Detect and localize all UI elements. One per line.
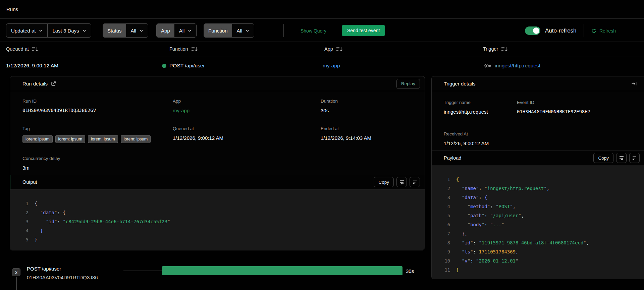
function-filter-value: All [237, 28, 243, 34]
timeline-connector-line [16, 277, 17, 290]
sort-time-filter: Updated at Last 3 Days [6, 23, 91, 38]
filter-bar: Updated at Last 3 Days Status All App Al… [0, 19, 644, 42]
line-number: 6 [442, 222, 450, 227]
field-label: Run ID [22, 99, 173, 104]
tag-chip: lorem: ipsum [22, 135, 53, 143]
column-header-trigger[interactable]: Trigger [483, 46, 508, 52]
field-tag: Tag lorem: ipsumlorem: ipsumlorem: ipsum… [22, 126, 173, 147]
row-function[interactable]: POST /api/user [162, 63, 205, 69]
page-title: Runs [6, 6, 18, 12]
column-label: Function [169, 46, 188, 52]
line-number: 3 [20, 219, 29, 224]
align-left-icon [412, 180, 418, 184]
wrap-text-button[interactable] [396, 177, 407, 187]
sort-icon [501, 46, 508, 52]
code-line: 1{ [20, 199, 425, 208]
chevron-down-icon [246, 30, 249, 32]
time-range-dropdown[interactable]: Last 3 Days [48, 24, 91, 37]
field-trigger-name: Trigger name inngest/http.request [444, 100, 517, 119]
divider [584, 24, 584, 37]
line-number: 1 [442, 177, 450, 182]
output-header: Output Copy [10, 175, 425, 189]
tag-chip: lorem: ipsum [55, 135, 86, 143]
concurrency-delay-value: 3m [22, 165, 173, 171]
payload-code-block[interactable]: 1{2 "name": "inngest/http.request",3 "da… [432, 165, 644, 279]
event-id-value: 01HSHA4GT0FN0NRBKTF92E98H7 [517, 109, 644, 114]
code-line: 2 "data": { [20, 208, 425, 217]
trigger-details-grid: Trigger name inngest/http.request Event … [432, 91, 644, 151]
replay-button[interactable]: Replay [396, 79, 420, 89]
run-details-panel: Run details Replay Run ID 01HS0AA03V04D9… [10, 76, 425, 250]
tag-chip: lorem: ipsum [121, 135, 151, 143]
line-number: 2 [20, 210, 29, 215]
wrap-text-button[interactable] [616, 153, 627, 163]
trigger-details-panel: Trigger details Trigger name inngest/htt… [431, 76, 644, 279]
app-filter-dropdown[interactable]: All [174, 24, 197, 37]
field-ended-at: Ended at 1/12/2026, 9:14:03 AM [321, 126, 425, 147]
field-label: Queued at [173, 126, 321, 131]
chevron-down-icon [188, 30, 192, 32]
field-concurrency-delay: Concurrency delay 3m [22, 156, 173, 175]
run-details-grid: Run ID 01HS0AA03V04D91RTDQ3J862GV App my… [10, 91, 425, 175]
field-received-at: Received At 1/12/26, 9:00:12 AM [444, 131, 517, 151]
column-header-function[interactable]: Function [169, 46, 198, 52]
external-link-icon[interactable] [51, 81, 56, 86]
align-left-icon [632, 156, 637, 160]
status-filter: Status All [103, 23, 148, 38]
function-filter: Function All [204, 23, 254, 38]
field-label: Ended at [321, 126, 425, 131]
line-number: 8 [442, 240, 450, 245]
row-app-link[interactable]: my-app [323, 63, 340, 69]
column-header-queued-at[interactable]: Queued at [6, 46, 39, 52]
event-trigger-icon [484, 64, 492, 68]
run-details-title: Run details [22, 81, 48, 86]
collapse-panel-icon[interactable] [631, 81, 637, 86]
field-run-id: Run ID 01HS0AA03V04D91RTDQ3J862GV [22, 99, 173, 117]
line-number: 5 [20, 237, 29, 242]
table-row[interactable]: 1/12/2026, 9:00:12 AM POST /api/user my-… [0, 57, 644, 76]
send-test-event-button[interactable]: Send test event [342, 25, 385, 36]
wrap-text-icon [619, 156, 624, 160]
field-duration: Duration 30s [321, 99, 425, 117]
status-filter-dropdown[interactable]: All [126, 24, 148, 37]
timeline-duration-bar[interactable] [162, 266, 402, 275]
timeline-lead-line [123, 271, 162, 271]
code-line: 4 "method": "POST", [442, 202, 644, 211]
refresh-button[interactable]: Refresh [591, 28, 616, 34]
copy-button[interactable]: Copy [374, 177, 394, 187]
code-line: 2 "name": "inngest/http.request", [442, 184, 644, 193]
app-filter-value: All [179, 28, 185, 34]
column-header-app[interactable]: App [324, 46, 343, 52]
row-trigger-link[interactable]: inngest/http.request [484, 63, 540, 69]
column-label: App [324, 46, 333, 52]
sort-field-dropdown[interactable]: Updated at [6, 24, 47, 37]
line-number: 10 [442, 258, 450, 264]
function-filter-label: Function [204, 24, 232, 37]
app-filter: App All [156, 23, 197, 38]
sort-field-value: Updated at [11, 28, 36, 34]
auto-refresh-toggle[interactable] [525, 26, 540, 35]
queued-at-value: 1/12/2026, 9:00:12 AM [173, 135, 321, 141]
column-label: Trigger [483, 46, 498, 52]
timeline-step-name: POST /api/user [27, 266, 61, 272]
align-left-button[interactable] [410, 177, 420, 187]
code-line: 9 "ts": 1711051784369, [442, 247, 644, 256]
chevron-down-icon [83, 30, 86, 32]
line-number: 7 [442, 231, 450, 236]
step-count-badge[interactable]: 3 [12, 268, 20, 276]
tag-chip: lorem: ipsum [88, 135, 118, 143]
sort-icon [191, 46, 198, 52]
line-number: 4 [20, 228, 29, 233]
align-left-button[interactable] [629, 153, 640, 163]
copy-button[interactable]: Copy [593, 153, 613, 163]
refresh-label: Refresh [599, 28, 616, 34]
app-link[interactable]: my-app [173, 108, 321, 113]
function-filter-dropdown[interactable]: All [232, 24, 254, 37]
ended-at-value: 1/12/2026, 9:14:03 AM [321, 135, 425, 141]
duration-value: 30s [321, 108, 425, 113]
runs-table-header: Queued at Function App Trigger [0, 42, 644, 57]
output-code-block[interactable]: 1{2 "data": {3 "id": "c8429dd9-29b8-44e6… [10, 189, 425, 250]
code-line: 10 "v": "2026-01-12.01" [442, 256, 644, 265]
show-query-link[interactable]: Show Query [301, 28, 326, 34]
wrap-text-icon [399, 180, 405, 184]
